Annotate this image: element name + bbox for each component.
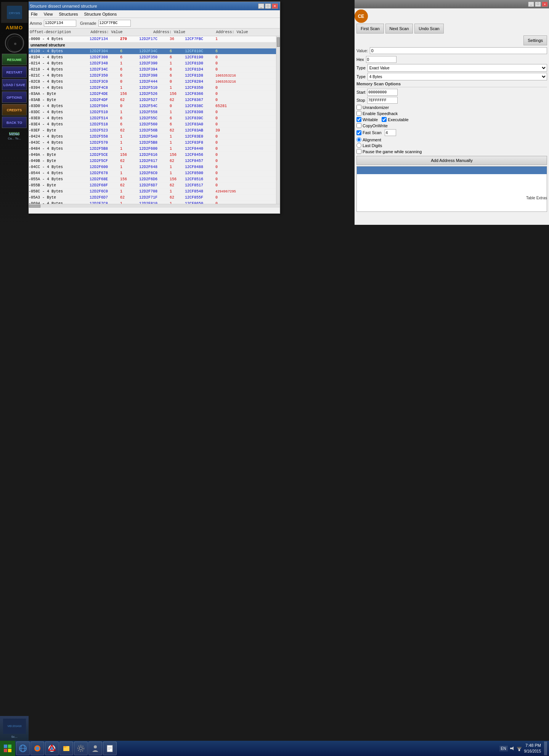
next-scan-button[interactable]: Next Scan <box>385 24 413 34</box>
executable-checkbox-item[interactable]: Executable <box>382 117 408 122</box>
struct-table-scroll[interactable]: -0000 - 4 Bytes 12D2F134 270 12D2F17C 36… <box>28 36 276 204</box>
maximize-button[interactable]: □ <box>265 3 271 9</box>
taskbar-app-settings[interactable] <box>74 742 88 755</box>
table-row[interactable]: -04CC - 4 Bytes 12D2F600 1 12D2F648 1 12… <box>28 164 276 170</box>
taskbar-app-firefox[interactable] <box>30 742 44 755</box>
first-scan-button[interactable]: First Scan <box>356 24 384 34</box>
scroll-thumb[interactable] <box>277 37 280 47</box>
writable-checkbox[interactable] <box>356 117 361 122</box>
table-row[interactable]: -03D0 - 4 Bytes 12D2F504 0 12D2F54C 0 12… <box>28 103 276 109</box>
settings-button[interactable]: Settings <box>523 35 547 45</box>
add-address-manually-button[interactable]: Add Address Manually <box>356 156 547 165</box>
struct-hscrollbar[interactable] <box>28 204 280 208</box>
pause-checkbox[interactable] <box>356 149 361 154</box>
unrandomize-checkbox-item[interactable]: Unrandomizer <box>356 105 389 110</box>
hex-input[interactable] <box>366 56 396 63</box>
enable-speedhack-checkbox-item[interactable]: Enable Speedhack <box>356 111 398 116</box>
copy-on-write-checkbox[interactable] <box>356 123 361 128</box>
table-row[interactable]: -021C - 4 Bytes 12D2F350 6 12D2F398 6 12… <box>28 73 276 79</box>
game-logo: CRYSIS <box>1 2 28 23</box>
menu-structure-options[interactable]: Structure Options <box>83 11 118 17</box>
stop-addr-input[interactable] <box>367 97 398 104</box>
pause-label: Pause the game while scanning <box>363 149 422 154</box>
back-to-menu-button[interactable]: BACK TO MENU <box>2 117 27 128</box>
copy-on-write-label: CopyOnWrite <box>363 123 388 128</box>
fast-scan-checkbox[interactable] <box>356 130 361 135</box>
pause-checkbox-item[interactable]: Pause the game while scanning <box>356 149 422 154</box>
last-digits-radio-item[interactable]: Last Digits <box>356 143 547 148</box>
language-indicator: EN <box>499 746 508 751</box>
table-row[interactable]: -0000 - 4 Bytes 12D2F134 270 12D2F17C 36… <box>28 36 276 42</box>
table-row[interactable]: -0218 - 4 Bytes 12D2F34C 6 12D2F394 6 12… <box>28 67 276 73</box>
stop-addr-row: Stop <box>356 97 547 104</box>
scan-buttons-row: First Scan Next Scan Undo Scan <box>356 24 547 34</box>
grenade-pointer-input[interactable] <box>98 20 131 27</box>
hscroll-thumb[interactable] <box>29 205 40 208</box>
unrandomize-checkbox[interactable] <box>356 105 361 110</box>
last-digits-radio[interactable] <box>356 143 361 148</box>
menu-file[interactable]: File <box>30 11 39 17</box>
taskbar-app-chrome[interactable] <box>45 742 59 755</box>
start-button[interactable] <box>0 741 15 756</box>
taskbar-app-explorer[interactable] <box>59 742 73 755</box>
alignment-radio[interactable] <box>356 137 361 142</box>
credits-button[interactable]: CREDITS <box>2 104 27 115</box>
pause-checkbox-row: Pause the game while scanning <box>356 149 547 154</box>
minimize-button[interactable]: _ <box>258 3 264 9</box>
writable-checkbox-item[interactable]: Writable <box>356 117 378 122</box>
table-row[interactable]: -055A - 4 Bytes 12D2F68E 156 12D2F6D6 15… <box>28 176 276 183</box>
ammo-pointer-input[interactable] <box>44 20 76 27</box>
table-row[interactable]: -0544 - 4 Bytes 12D2F678 1 12D2F6C0 1 12… <box>28 170 276 176</box>
start-addr-input[interactable] <box>367 89 398 96</box>
table-row[interactable]: -043C - 4 Bytes 12D2F570 1 12D2F5B8 1 12… <box>28 140 276 146</box>
table-row[interactable]: -03AA - Byte 12D2F4DE 156 12D2F526 156 1… <box>28 91 276 97</box>
table-row[interactable]: -0484 - 4 Bytes 12D2F5B8 1 12D2F600 1 12… <box>28 146 276 152</box>
ce-close-button[interactable]: ✕ <box>542 2 548 7</box>
table-row[interactable]: -049A - Byte 12D2F5CE 156 12D2F616 156 1… <box>28 152 276 158</box>
type-select[interactable]: Exact Value Fuzzy Unknown <box>368 64 547 72</box>
value-input[interactable] <box>370 47 547 54</box>
undo-scan-button[interactable]: Undo Scan <box>414 24 443 34</box>
show-desktop-button[interactable] <box>544 742 547 755</box>
table-row[interactable]: -058C - 4 Bytes 12D2F6C0 1 12D2F708 1 12… <box>28 189 276 195</box>
executable-checkbox-row: Enable Speedhack <box>356 111 547 116</box>
alignment-radio-item[interactable]: Alignment <box>356 137 547 142</box>
table-row[interactable]: -0214 - 4 Bytes 12D2F348 1 12D2F390 1 12… <box>28 61 276 67</box>
struct-scrollbar[interactable] <box>276 36 280 204</box>
table-row[interactable]: -03E0 - 4 Bytes 12D2F514 6 12D2F55C 6 12… <box>28 115 276 122</box>
table-row[interactable]: -049B - Byte 12D2F5CF 62 12D2F617 62 12C… <box>28 158 276 164</box>
taskbar-app-ie[interactable] <box>16 742 30 755</box>
game-score-label: Ca... To... <box>8 137 21 140</box>
table-row[interactable]: -03EF - Byte 12D2F523 62 12D2F56B 62 12C… <box>28 128 276 134</box>
fast-scan-checkbox-item[interactable]: Fast Scan <box>356 130 382 135</box>
copy-on-write-checkbox-item[interactable]: CopyOnWrite <box>356 123 388 128</box>
table-row[interactable]: -01D0 - 4 Bytes 12D2F304 6 12D2F34C 6 12… <box>28 48 276 54</box>
menu-structures[interactable]: Structures <box>58 11 79 17</box>
restart-level-button[interactable]: RESTART LEVEL <box>2 66 27 78</box>
table-row[interactable]: -03DC - 4 Bytes 12D2F510 1 12D2F558 1 12… <box>28 109 276 115</box>
close-button[interactable]: ✕ <box>272 3 278 9</box>
table-row[interactable]: -01D4 - 4 Bytes 12D2F308 6 12D2F350 6 12… <box>28 54 276 61</box>
taskbar-app-person[interactable] <box>88 742 102 755</box>
table-row[interactable]: -0394 - 4 Bytes 12D2F4C8 1 12D2F510 1 12… <box>28 85 276 91</box>
options-button[interactable]: OPTIONS <box>2 91 27 103</box>
resume-game-button[interactable]: RESUME GAME <box>2 54 27 65</box>
table-row[interactable]: -02C8 - 4 Bytes 12D2F3C0 0 12D2F444 0 12… <box>28 79 276 85</box>
table-row[interactable]: -0424 - 4 Bytes 12D2F558 1 12D2F5A0 1 12… <box>28 134 276 140</box>
ce-maximize-button[interactable]: □ <box>535 2 541 7</box>
ce-results-list[interactable] <box>356 166 547 212</box>
col-addr1-header: Address: Value <box>91 30 152 34</box>
taskbar-app-notepad[interactable] <box>103 742 117 755</box>
table-row[interactable]: -03AB - Byte 12D2F4DF 62 12D2F527 62 12C… <box>28 97 276 103</box>
bytes-type-select[interactable]: 4 Bytes 2 Bytes 1 Byte 8 Bytes Float Dou… <box>368 73 547 80</box>
table-row[interactable]: -0694 - 4 Bytes 12D2F7C8 1 12D2F810 1 12… <box>28 201 276 204</box>
table-row[interactable]: -05A3 - Byte 12D2F6D7 62 12D2F71F 62 12C… <box>28 195 276 201</box>
fast-scan-value-input[interactable] <box>385 129 396 136</box>
ce-minimize-button[interactable]: _ <box>528 2 534 7</box>
executable-checkbox[interactable] <box>382 117 387 122</box>
load-save-button[interactable]: LOAD / SAVE <box>2 79 27 90</box>
table-row[interactable]: -03E4 - 4 Bytes 12D2F518 6 12D2F560 6 12… <box>28 122 276 128</box>
table-row[interactable]: -055B - Byte 12D2F68F 62 12D2F6D7 62 12C… <box>28 183 276 189</box>
enable-speedhack-checkbox[interactable] <box>356 111 361 116</box>
menu-view[interactable]: View <box>43 11 54 17</box>
